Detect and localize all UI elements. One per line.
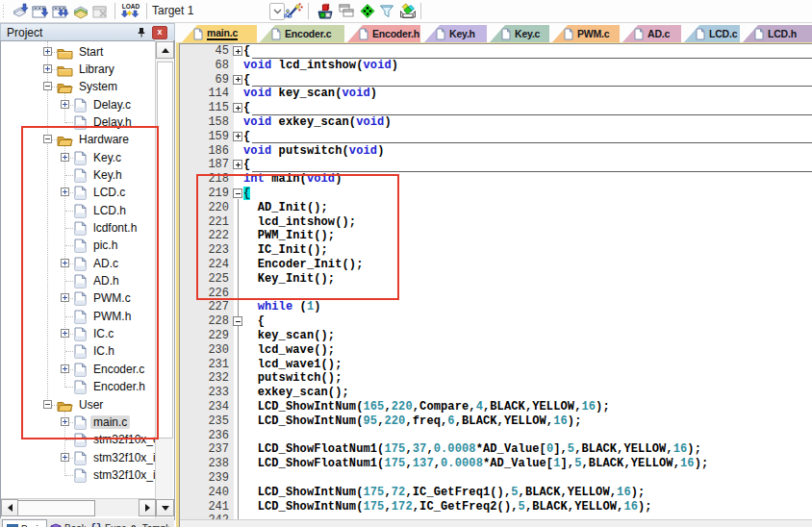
tree-item-Key-h[interactable]: Key.h [1, 166, 172, 184]
code-line[interactable]: 238 LCD_ShowFloatNum1(175,137,0.0008*AD_… [180, 457, 812, 471]
code-line[interactable]: 114void key_scan(void) [180, 87, 812, 101]
build-button[interactable] [30, 1, 50, 20]
batch-build-button[interactable] [70, 1, 90, 20]
code-line[interactable]: 229 key_scan(); [180, 329, 812, 343]
translate-button[interactable] [10, 1, 30, 20]
fold-expand-icon[interactable] [233, 132, 242, 141]
tree-item-User[interactable]: User [1, 396, 172, 414]
fold-expand-icon[interactable] [233, 103, 242, 113]
tree-item-Delay-h[interactable]: Delay.h [1, 113, 172, 131]
tree-scroll-down-button[interactable] [156, 499, 174, 516]
code-line[interactable]: 222 PWM_Init(); [180, 229, 812, 243]
code-line[interactable]: 226 [180, 287, 812, 301]
expand-plus-icon[interactable] [61, 100, 69, 109]
expand-plus-icon[interactable] [61, 293, 69, 302]
fold-expand-icon[interactable] [233, 46, 242, 56]
panel-tab-functions[interactable]: {}Functions [87, 519, 126, 527]
tree-item-Encoder-h[interactable]: Encoder.h [1, 378, 172, 395]
editor-tab-PWM-c[interactable]: PWM.c [552, 25, 620, 42]
expand-plus-icon[interactable] [43, 47, 52, 56]
code-line[interactable]: 221 lcd_intshow(); [180, 215, 812, 230]
fold-collapse-icon[interactable] [233, 188, 242, 198]
code-line[interactable]: 236 [180, 429, 812, 443]
editor-tab-LCD-c[interactable]: LCD.c [684, 25, 740, 42]
rebuild-button[interactable] [50, 1, 70, 20]
expand-plus-icon[interactable] [61, 453, 69, 462]
fold-expand-icon[interactable] [233, 75, 242, 85]
editor-tab-Encoder-c[interactable]: Encoder.c [260, 25, 344, 42]
code-line[interactable]: 231 lcd_wave1(); [180, 358, 812, 372]
tree-item-Delay-c[interactable]: Delay.c [1, 96, 172, 113]
tree-item-Key-c[interactable]: Key.c [1, 149, 172, 166]
expand-plus-icon[interactable] [61, 153, 69, 162]
code-line[interactable]: 232 putswitch(); [180, 371, 812, 386]
target-select-value[interactable]: Target 1 [152, 4, 193, 17]
panel-tab-books[interactable]: Books [46, 519, 86, 527]
code-line[interactable]: 240 LCD_ShowIntNum(175,72,IC_GetFreq1(),… [180, 486, 812, 500]
code-line[interactable]: 239 [180, 471, 812, 486]
tree-item-LCD-h[interactable]: LCD.h [1, 202, 172, 219]
expand-plus-icon[interactable] [61, 259, 69, 267]
editor-tab-Key-c[interactable]: Key.c [490, 25, 549, 42]
code-line[interactable]: 237 LCD_ShowFloatNum1(175,37,0.0008*AD_V… [180, 442, 812, 457]
tree-item-IC-h[interactable]: IC.h [1, 342, 172, 360]
tree-item-PWM-c[interactable]: PWM.c [1, 289, 172, 307]
tree-horizontal-scrollbar-thumb[interactable] [16, 500, 95, 516]
tree-item-main-c[interactable]: main.c [1, 414, 172, 431]
download-button[interactable]: LOAD [119, 1, 141, 20]
tree-item-Start[interactable]: Start [1, 43, 172, 61]
tree-item-AD-h[interactable]: AD.h [1, 272, 172, 289]
tree-item-stm32f10x_c[interactable]: stm32f10x_c [1, 431, 172, 448]
expand-plus-icon[interactable] [43, 64, 52, 73]
select-packs-button[interactable] [357, 1, 378, 20]
tree-scroll-up-button[interactable] [156, 41, 174, 59]
close-icon[interactable]: x [152, 26, 167, 39]
code-line[interactable]: 158void exkey_scan(void) [180, 115, 812, 130]
editor-tab-Key-h[interactable]: Key.h [424, 25, 487, 42]
tree-item-Encoder-c[interactable]: Encoder.c [1, 361, 172, 378]
expand-plus-icon[interactable] [61, 329, 69, 338]
tree-vertical-scrollbar-thumb[interactable] [157, 62, 173, 439]
file-extensions-button[interactable] [336, 1, 357, 20]
expand-plus-icon[interactable] [61, 417, 69, 426]
code-line[interactable]: 224 Encoder_Init(); [180, 258, 812, 272]
code-editor[interactable]: 45{68void lcd_intshow(void)69{114void ke… [180, 44, 812, 527]
code-line[interactable]: 68void lcd_intshow(void) [180, 59, 812, 73]
code-line[interactable]: 225 Key_Init(); [180, 272, 812, 287]
code-line[interactable]: 227 while (1) [180, 300, 812, 314]
editor-tab-LCD-h[interactable]: LCD.h [743, 25, 812, 42]
code-line[interactable]: 234 LCD_ShowIntNum(165,220,Compare,4,BLA… [180, 400, 812, 414]
panel-tab-templates[interactable]: 0₁Templates [127, 519, 169, 527]
editor-tab-Encoder-h[interactable]: Encoder.h [347, 25, 420, 42]
tree-item-stm32f10x_it[interactable]: stm32f10x_it [1, 466, 172, 484]
tree-item-lcdfont-h[interactable]: lcdfont.h [1, 219, 172, 237]
tree-item-Hardware[interactable]: Hardware [1, 131, 172, 148]
tree-item-System[interactable]: System [1, 78, 172, 95]
code-line[interactable]: 219{ [180, 187, 812, 201]
tree-item-LCD-c[interactable]: LCD.c [1, 184, 172, 201]
tree-item-pic-h[interactable]: pic.h [1, 237, 172, 254]
code-line[interactable]: 233 exkey_scan(); [180, 386, 812, 400]
runtime-env-button[interactable] [397, 1, 419, 20]
pin-icon[interactable] [136, 26, 147, 38]
tree-item-stm32f10x_it[interactable]: stm32f10x_it [1, 449, 172, 466]
fold-expand-icon[interactable] [233, 160, 242, 169]
stop-build-button[interactable] [90, 1, 111, 20]
pack-installer-button[interactable] [376, 1, 397, 20]
fold-collapse-icon[interactable] [233, 316, 242, 326]
manage-components-button[interactable] [315, 1, 336, 20]
tree-item-Library[interactable]: Library [1, 61, 172, 78]
collapse-minus-icon[interactable] [43, 82, 52, 90]
collapse-minus-icon[interactable] [43, 135, 52, 143]
tree-scroll-right-button[interactable] [139, 499, 156, 516]
code-line[interactable]: 223 IC_Init(); [180, 243, 812, 258]
code-line[interactable]: 218int main(void) [180, 172, 812, 187]
expand-plus-icon[interactable] [61, 188, 69, 196]
expand-plus-icon[interactable] [61, 364, 69, 373]
code-line[interactable]: 228 { [180, 314, 812, 329]
tree-item-AD-c[interactable]: AD.c [1, 255, 172, 272]
code-line[interactable]: 186void putswitch(void) [180, 144, 812, 159]
editor-tab-main-c[interactable]: main.c [182, 25, 257, 42]
panel-tab-project[interactable]: Project [2, 519, 47, 527]
collapse-minus-icon[interactable] [43, 400, 52, 409]
